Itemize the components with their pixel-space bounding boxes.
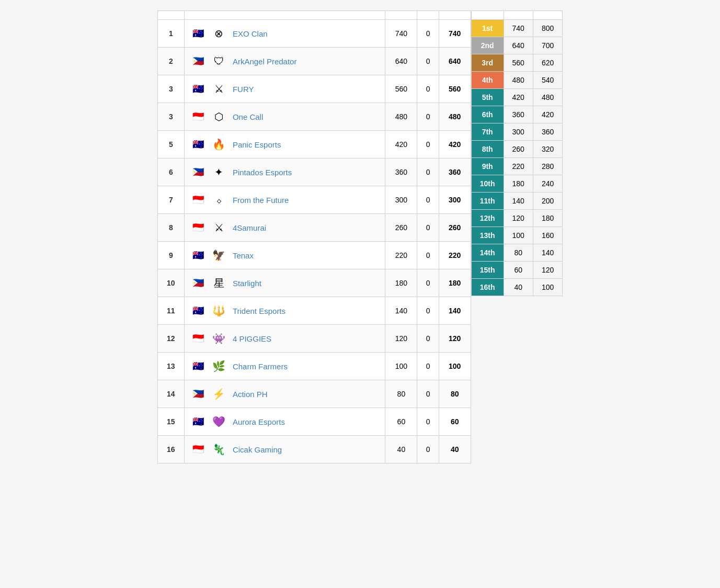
pcr2-cell: 0: [417, 48, 439, 75]
standing-row: 6th 360 420: [471, 106, 563, 123]
team-cell: 🇦🇺 🔱 Trident Esports: [184, 297, 385, 325]
team-name: Starlight: [233, 279, 261, 288]
pcr-s1-cell: 40: [504, 279, 533, 296]
points-cell: 420: [439, 131, 471, 159]
pcr-s2-cell: 100: [533, 279, 562, 296]
pcr2-cell: 0: [417, 186, 439, 214]
team-cell: 🇦🇺 ⚔ FURY: [184, 75, 385, 103]
pcr1-cell: 120: [385, 325, 417, 353]
pcr-s2-cell: 360: [533, 123, 562, 141]
col-pcrs1-header: [504, 11, 533, 20]
team-name: Charm Farmers: [233, 362, 288, 371]
points-cell: 80: [439, 380, 471, 408]
pcr-s1-cell: 480: [504, 72, 533, 89]
table-row: 9 🇦🇺 🦅 Tenax 220 0 220: [157, 242, 471, 269]
pcr1-cell: 60: [385, 408, 417, 436]
flag-icon: 🇮🇩: [191, 195, 205, 205]
points-cell: 140: [439, 297, 471, 325]
team-name: Aurora Esports: [233, 417, 285, 426]
standing-row: 14th 80 140: [471, 244, 563, 262]
team-name: 4Samurai: [233, 223, 266, 232]
place-cell: 6th: [471, 106, 504, 123]
team-logo: 🌿: [210, 357, 228, 376]
pcr-s1-cell: 560: [504, 54, 533, 72]
team-name: Action PH: [233, 390, 268, 399]
team-logo: 🛡: [210, 52, 228, 71]
table-row: 12 🇮🇩 👾 4 PIGGIES 120 0 120: [157, 325, 471, 353]
rank-cell: 7: [157, 186, 184, 214]
pcr1-cell: 640: [385, 48, 417, 75]
pcr2-cell: 0: [417, 214, 439, 242]
flag-icon: 🇦🇺: [191, 84, 205, 94]
standing-row: 1st 740 800: [471, 20, 563, 37]
points-cell: 740: [439, 20, 471, 48]
flag-icon: 🇮🇩: [191, 222, 205, 233]
col-rank-header: [157, 11, 184, 20]
rank-cell: 14: [157, 380, 184, 408]
pcr1-cell: 360: [385, 159, 417, 186]
pcr1-cell: 420: [385, 131, 417, 159]
standing-row: 12th 120 180: [471, 210, 563, 227]
pcr-s1-cell: 120: [504, 210, 533, 227]
team-logo: ⚡: [210, 385, 228, 403]
pcr-s1-cell: 180: [504, 175, 533, 193]
team-cell: 🇦🇺 💜 Aurora Esports: [184, 408, 385, 436]
team-logo: 星: [210, 274, 228, 292]
flag-icon: 🇮🇩: [191, 333, 205, 344]
points-cell: 40: [439, 436, 471, 463]
points-cell: 100: [439, 353, 471, 380]
points-cell: 640: [439, 48, 471, 75]
col-place-header: [471, 11, 504, 20]
pcr-s1-cell: 220: [504, 158, 533, 175]
flag-icon: 🇵🇭: [191, 389, 205, 399]
team-cell: 🇵🇭 星 Starlight: [184, 269, 385, 297]
pcr2-cell: 0: [417, 20, 439, 48]
pcr2-cell: 0: [417, 408, 439, 436]
points-cell: 60: [439, 408, 471, 436]
pcr1-cell: 300: [385, 186, 417, 214]
flag-icon: 🇦🇺: [191, 28, 205, 39]
pcr1-cell: 40: [385, 436, 417, 463]
pcr-s1-cell: 740: [504, 20, 533, 37]
pcr2-cell: 0: [417, 353, 439, 380]
pcr-s1-cell: 300: [504, 123, 533, 141]
standing-row: 15th 60 120: [471, 262, 563, 279]
team-name: FURY: [233, 85, 254, 94]
place-cell: 15th: [471, 262, 504, 279]
standing-row: 8th 260 320: [471, 141, 563, 158]
place-cell: 3rd: [471, 54, 504, 72]
table-row: 13 🇦🇺 🌿 Charm Farmers 100 0 100: [157, 353, 471, 380]
pcr-s2-cell: 240: [533, 175, 562, 193]
standing-row: 16th 40 100: [471, 279, 563, 296]
pcr1-cell: 480: [385, 103, 417, 131]
points-cell: 560: [439, 75, 471, 103]
pcr-s1-cell: 80: [504, 244, 533, 262]
place-cell: 8th: [471, 141, 504, 158]
pcr1-cell: 260: [385, 214, 417, 242]
rank-cell: 2: [157, 48, 184, 75]
flag-icon: 🇮🇩: [191, 444, 205, 455]
table-row: 10 🇵🇭 星 Starlight 180 0 180: [157, 269, 471, 297]
points-cell: 480: [439, 103, 471, 131]
rank-cell: 12: [157, 325, 184, 353]
flag-icon: 🇦🇺: [191, 139, 205, 150]
team-cell: 🇵🇭 🛡 ArkAngel Predator: [184, 48, 385, 75]
flag-icon: 🇦🇺: [191, 306, 205, 316]
place-cell: 1st: [471, 20, 504, 37]
table-row: 16 🇮🇩 🦎 Cicak Gaming 40 0 40: [157, 436, 471, 463]
team-logo: ⬦: [210, 190, 228, 209]
pcr2-cell: 0: [417, 380, 439, 408]
standing-row: 4th 480 540: [471, 72, 563, 89]
rank-cell: 5: [157, 131, 184, 159]
pcr-s2-cell: 160: [533, 227, 562, 244]
place-cell: 12th: [471, 210, 504, 227]
team-logo: ⚔: [210, 80, 228, 98]
pcr2-cell: 0: [417, 269, 439, 297]
col-points-header: [439, 11, 471, 20]
team-logo: 🔥: [210, 135, 228, 154]
team-name: EXO Clan: [233, 29, 268, 38]
pcr-s1-cell: 260: [504, 141, 533, 158]
flag-icon: 🇦🇺: [191, 361, 205, 371]
team-name: One Call: [233, 112, 263, 121]
pcr-s2-cell: 620: [533, 54, 562, 72]
